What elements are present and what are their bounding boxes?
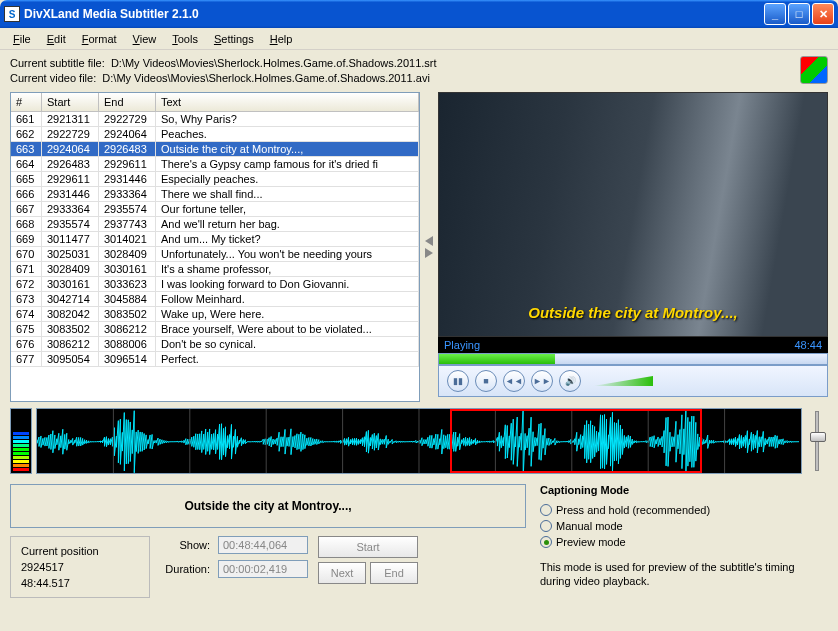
forward-button[interactable]: ►► (531, 370, 553, 392)
cell-text: So, Why Paris? (156, 112, 419, 126)
menu-tools[interactable]: Tools (165, 31, 205, 47)
cell-num: 668 (11, 217, 42, 231)
titlebar[interactable]: S DivXLand Media Subtitler 2.1.0 _ □ ✕ (0, 0, 838, 28)
minimize-button[interactable]: _ (764, 3, 786, 25)
cell-num: 661 (11, 112, 42, 126)
waveform-selection[interactable] (450, 409, 702, 473)
cell-start: 3028409 (42, 262, 99, 276)
play-pause-button[interactable]: ▮▮ (447, 370, 469, 392)
cell-end: 2933364 (99, 187, 156, 201)
subtitle-file-path: D:\My Videos\Movies\Sherlock.Holmes.Game… (111, 57, 437, 69)
volume-slider[interactable] (593, 376, 653, 386)
menu-format[interactable]: Format (75, 31, 124, 47)
stop-button[interactable]: ■ (475, 370, 497, 392)
cell-start: 3011477 (42, 232, 99, 246)
cell-num: 677 (11, 352, 42, 366)
cell-end: 3086212 (99, 322, 156, 336)
cell-start: 2931446 (42, 187, 99, 201)
cell-text: Peaches. (156, 127, 419, 141)
menu-file[interactable]: File (6, 31, 38, 47)
cell-end: 2935574 (99, 202, 156, 216)
menu-settings[interactable]: Settings (207, 31, 261, 47)
cell-text: Perfect. (156, 352, 419, 366)
cell-start: 3025031 (42, 247, 99, 261)
table-row[interactable]: 66229227292924064Peaches. (11, 127, 419, 142)
audio-level-meter (10, 408, 32, 474)
maximize-button[interactable]: □ (788, 3, 810, 25)
captioning-option[interactable]: Press and hold (recommended) (540, 502, 828, 518)
menubar: FileEditFormatViewToolsSettingsHelp (0, 28, 838, 50)
cell-num: 667 (11, 202, 42, 216)
seek-bar[interactable] (438, 353, 828, 365)
table-row[interactable]: 66429264832929611There's a Gypsy camp fa… (11, 157, 419, 172)
cell-start: 3083502 (42, 322, 99, 336)
rewind-button[interactable]: ◄◄ (503, 370, 525, 392)
cell-end: 3096514 (99, 352, 156, 366)
table-row[interactable]: 67430820423083502Wake up, Were here. (11, 307, 419, 322)
table-row[interactable]: 66829355742937743And we'll return her ba… (11, 217, 419, 232)
pane-splitter[interactable] (424, 92, 434, 402)
table-row[interactable]: 66629314462933364There we shall find... (11, 187, 419, 202)
cell-text: There we shall find... (156, 187, 419, 201)
close-button[interactable]: ✕ (812, 3, 834, 25)
cell-end: 3033623 (99, 277, 156, 291)
table-row[interactable]: 67330427143045884Follow Meinhard. (11, 292, 419, 307)
table-row[interactable]: 67630862123088006Don't be so cynical. (11, 337, 419, 352)
radio-icon (540, 504, 552, 516)
cell-num: 670 (11, 247, 42, 261)
table-row[interactable]: 66930114773014021And um... My ticket? (11, 232, 419, 247)
col-header-num[interactable]: # (11, 93, 42, 111)
captioning-panel: Captioning Mode Press and hold (recommen… (540, 484, 828, 598)
table-row[interactable]: 67030250313028409Unfortunately... You wo… (11, 247, 419, 262)
captioning-title: Captioning Mode (540, 484, 828, 496)
cell-num: 671 (11, 262, 42, 276)
table-row[interactable]: 66529296112931446Especially peaches. (11, 172, 419, 187)
menu-help[interactable]: Help (263, 31, 300, 47)
cell-num: 669 (11, 232, 42, 246)
table-row[interactable]: 67730950543096514Perfect. (11, 352, 419, 367)
waveform-zoom-slider[interactable] (806, 408, 828, 474)
cell-text: Brace yourself, Were about to be violate… (156, 322, 419, 336)
video-display[interactable]: Outside the city at Montroy..., (438, 92, 828, 337)
file-info-bar: Current subtitle file: D:\My Videos\Movi… (0, 50, 838, 92)
menu-view[interactable]: View (126, 31, 164, 47)
cell-num: 664 (11, 157, 42, 171)
cell-start: 3042714 (42, 292, 99, 306)
show-label: Show: (160, 539, 210, 551)
col-header-start[interactable]: Start (42, 93, 99, 111)
table-row[interactable]: 67130284093030161It's a shame professor, (11, 262, 419, 277)
radio-label: Manual mode (556, 520, 623, 532)
volume-button[interactable]: 🔊 (559, 370, 581, 392)
cell-text: And um... My ticket? (156, 232, 419, 246)
captioning-option[interactable]: Manual mode (540, 518, 828, 534)
cell-num: 672 (11, 277, 42, 291)
col-header-end[interactable]: End (99, 93, 156, 111)
start-button[interactable]: Start (318, 536, 418, 558)
zoom-thumb[interactable] (810, 432, 826, 442)
next-button[interactable]: Next (318, 562, 366, 584)
captioning-description: This mode is used for preview of the sub… (540, 560, 828, 588)
cell-num: 676 (11, 337, 42, 351)
duration-input[interactable] (218, 560, 308, 578)
captioning-option[interactable]: Preview mode (540, 534, 828, 550)
table-row[interactable]: 67230301613033623I was looking forward t… (11, 277, 419, 292)
cell-end: 3083502 (99, 307, 156, 321)
cell-text: Unfortunately... You won't be needing yo… (156, 247, 419, 261)
cell-num: 674 (11, 307, 42, 321)
video-controls: ▮▮ ■ ◄◄ ►► 🔊 (438, 365, 828, 397)
col-header-text[interactable]: Text (156, 93, 419, 111)
position-frame: 2924517 (21, 559, 139, 575)
show-time-input[interactable] (218, 536, 308, 554)
subtitle-table[interactable]: # Start End Text 66129213112922729So, Wh… (10, 92, 420, 402)
menu-edit[interactable]: Edit (40, 31, 73, 47)
table-row[interactable]: 66729333642935574Our fortune teller, (11, 202, 419, 217)
table-row[interactable]: 66129213112922729So, Why Paris? (11, 112, 419, 127)
cell-text: It's a shame professor, (156, 262, 419, 276)
position-panel: Current position 2924517 48:44.517 (10, 536, 150, 598)
end-button[interactable]: End (370, 562, 418, 584)
table-row[interactable]: 66329240642926483Outside the city at Mon… (11, 142, 419, 157)
table-row[interactable]: 67530835023086212Brace yourself, Were ab… (11, 322, 419, 337)
waveform-display[interactable] (36, 408, 802, 474)
cell-start: 2933364 (42, 202, 99, 216)
position-label: Current position (21, 543, 139, 559)
